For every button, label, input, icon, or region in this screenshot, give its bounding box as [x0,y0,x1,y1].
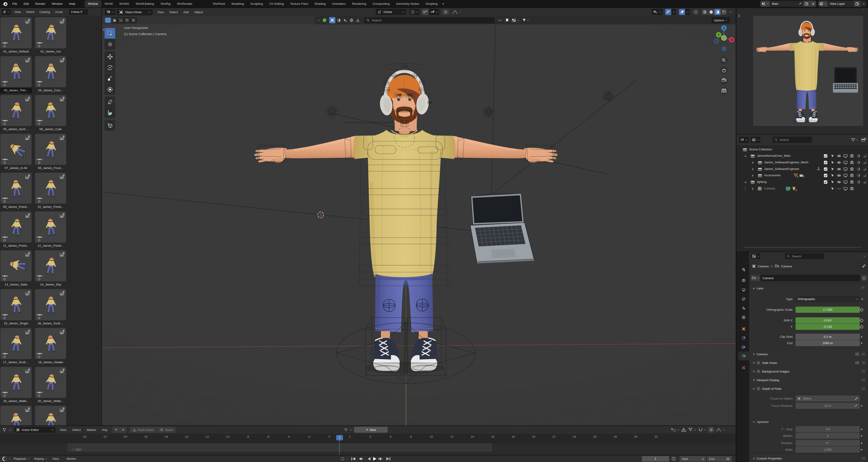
svg-text:2: 2 [803,175,805,178]
svg-text:3: 3 [796,189,797,192]
svg-text:3: 3 [797,175,798,178]
